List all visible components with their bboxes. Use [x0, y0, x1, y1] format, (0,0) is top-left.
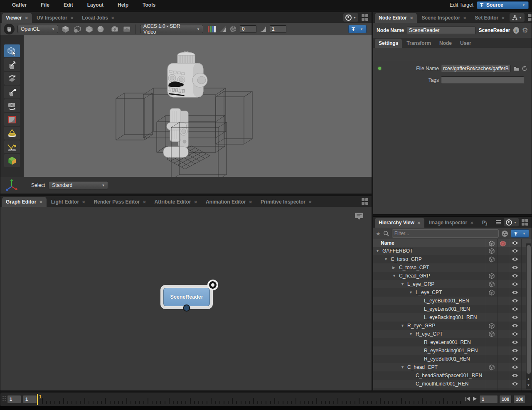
close-icon[interactable]: ✕: [249, 200, 252, 204]
node-name-input[interactable]: [407, 27, 475, 34]
menu-layout[interactable]: Layout: [80, 2, 111, 8]
visibility-eye-icon[interactable]: [509, 332, 521, 336]
hierarchy-row-l-eyelens001-ren[interactable]: L_eyeLens001_REN: [373, 305, 532, 313]
translate-tool-button[interactable]: [4, 58, 20, 71]
render-cube-icon[interactable]: [486, 281, 497, 287]
visibility-eye-icon[interactable]: [509, 265, 521, 270]
scene-reader-node[interactable]: SceneReader: [160, 285, 213, 309]
tab-uv-inspector[interactable]: UV Inspector✕: [33, 13, 77, 23]
expand-arrow-icon[interactable]: ▼: [392, 274, 397, 278]
layout-menu-icon[interactable]: [522, 219, 529, 226]
hierarchy-row-r-eyelens001-ren[interactable]: R_eyeLens001_REN: [373, 338, 532, 346]
close-icon[interactable]: ✕: [39, 200, 42, 204]
expand-arrow-icon[interactable]: ▶: [392, 265, 397, 270]
render-cube-icon[interactable]: [486, 248, 497, 254]
tab-settings[interactable]: Settings: [375, 39, 402, 48]
menu-edit[interactable]: Edit: [57, 2, 80, 8]
visibility-eye-icon[interactable]: [509, 274, 521, 278]
timeline-grip-handle[interactable]: [2, 396, 6, 401]
close-icon[interactable]: ✕: [25, 16, 28, 20]
focus-badge-icon[interactable]: [207, 280, 218, 290]
node-output-port[interactable]: [183, 304, 190, 312]
hierarchy-row-c-headshaftspacer001-ren[interactable]: C_headShaftSpacer001_REN: [373, 371, 532, 380]
tab-hierarchy-view[interactable]: Hierarchy View✕: [375, 218, 424, 228]
scale-tool-button[interactable]: [4, 86, 20, 98]
graph-editor-canvas[interactable]: SceneReader: [0, 207, 372, 390]
tags-input[interactable]: [441, 76, 524, 84]
gamma-button[interactable]: [259, 25, 267, 33]
display-transform-dropdown[interactable]: ACES 1.0 - SDR Video ▼: [140, 25, 203, 33]
menu-help[interactable]: Help: [111, 2, 135, 8]
tab-image-inspector[interactable]: Image Inspector✕: [425, 218, 477, 228]
render-cube-icon[interactable]: [486, 256, 497, 263]
hierarchy-focus-dropdown[interactable]: Ŧ ▼: [511, 229, 529, 238]
list-menu-icon[interactable]: [496, 220, 501, 224]
aperture-button[interactable]: [229, 25, 237, 33]
expand-arrow-icon[interactable]: ▼: [401, 282, 406, 286]
hierarchy-row-c-torso-cpt[interactable]: ▶C_torso_CPT: [373, 263, 532, 272]
filter-options-icon[interactable]: [501, 230, 508, 237]
drawing-mode-button[interactable]: [61, 25, 70, 34]
info-icon[interactable]: i: [513, 27, 519, 34]
layout-menu-icon[interactable]: [362, 198, 369, 205]
close-icon[interactable]: ✕: [143, 200, 146, 204]
crop-window-tool-button[interactable]: [4, 113, 20, 126]
tab-attribute-editor[interactable]: Attribute Editor✕: [151, 197, 201, 207]
menu-file[interactable]: File: [34, 2, 57, 8]
solid-draw-button[interactable]: [85, 25, 94, 34]
gamma-input[interactable]: [270, 25, 286, 33]
filter-input[interactable]: [392, 229, 499, 238]
tab-scene-inspector[interactable]: Scene Inspector✕: [418, 13, 470, 23]
hierarchy-row-c-torso-grp[interactable]: ▼C_torso_GRP: [373, 255, 532, 263]
current-frame-input[interactable]: [479, 395, 498, 403]
prune-column-header-icon[interactable]: [497, 241, 509, 247]
close-icon[interactable]: ✕: [501, 16, 505, 20]
tab-python-editor[interactable]: Python Editor✕: [478, 218, 487, 228]
menu-tools[interactable]: Tools: [135, 2, 163, 8]
visibility-eye-icon[interactable]: [509, 365, 521, 369]
layout-menu-icon[interactable]: [362, 14, 369, 21]
annotation-bubble-icon[interactable]: [354, 212, 364, 220]
name-column-header[interactable]: Name: [381, 240, 394, 246]
tab-set-editor[interactable]: Set Editor✕: [471, 13, 508, 23]
visibility-eye-icon[interactable]: [509, 249, 521, 253]
tab-light-editor[interactable]: Light Editor✕: [47, 197, 89, 207]
expand-arrow-icon[interactable]: ▼: [401, 324, 406, 328]
tab-node-editor[interactable]: Node Editor✕: [375, 13, 417, 23]
hierarchy-row-l-eyebulb001-ren[interactable]: L_eyeBulb001_REN: [373, 297, 532, 305]
tab-graph-editor[interactable]: Graph Editor✕: [2, 197, 47, 207]
expand-arrow-icon[interactable]: ▼: [384, 257, 389, 261]
frame-ruler[interactable]: [42, 393, 464, 406]
expand-arrow-icon[interactable]: ▼: [409, 290, 414, 295]
hierarchy-row-c-head-cpt[interactable]: ▼C_head_CPT: [373, 363, 532, 371]
tab-viewer[interactable]: Viewer✕: [2, 13, 32, 23]
close-icon[interactable]: ✕: [194, 200, 197, 204]
layout-menu-icon[interactable]: [528, 14, 532, 21]
select-tool-button[interactable]: [4, 44, 20, 57]
hierarchy-row-r-eye-cpt[interactable]: ▼R_eye_CPT: [373, 330, 532, 338]
pan-hand-button[interactable]: [4, 24, 15, 34]
shading-mode-button[interactable]: [96, 25, 105, 33]
render-cube-icon[interactable]: [486, 323, 497, 329]
tab-primitive-inspector[interactable]: Primitive Inspector✕: [257, 197, 315, 207]
hierarchy-row-l-eye-grp[interactable]: ▼L_eye_GRP: [373, 280, 532, 288]
expand-arrow-icon[interactable]: ▼: [376, 249, 381, 253]
render-cube-icon[interactable]: [486, 290, 497, 296]
range-end-input[interactable]: [513, 395, 526, 403]
viewport-3d[interactable]: [24, 35, 372, 177]
close-icon[interactable]: ✕: [470, 221, 473, 225]
resolution-gate-button[interactable]: [122, 25, 131, 33]
close-icon[interactable]: ✕: [308, 200, 312, 204]
play-button[interactable]: [472, 396, 477, 401]
scroll-down-icon[interactable]: ▼: [526, 382, 531, 388]
camera-settings-button[interactable]: [110, 25, 119, 33]
visibility-eye-icon[interactable]: [509, 315, 521, 319]
camera-tool-button[interactable]: [4, 99, 20, 112]
slider-start-input[interactable]: [23, 395, 37, 403]
expand-arrow-icon[interactable]: ▼: [409, 332, 414, 336]
file-name-input[interactable]: [441, 65, 511, 72]
viewer-pin-menu-button[interactable]: ▼: [343, 13, 358, 22]
rotate-tool-button[interactable]: [4, 72, 20, 85]
hierarchy-row-c-head-grp[interactable]: ▼C_head_GRP: [373, 272, 532, 280]
refresh-icon[interactable]: [522, 66, 527, 71]
